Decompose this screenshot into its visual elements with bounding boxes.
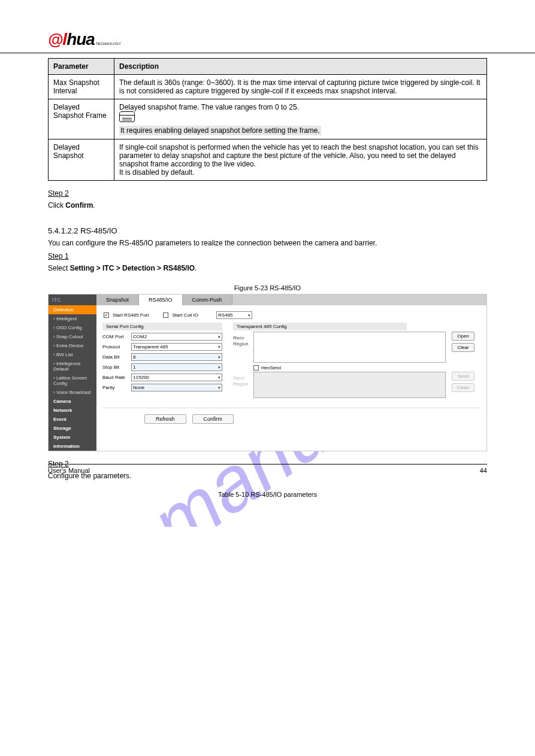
table-header-description: Description	[114, 59, 487, 75]
table-row: Delayed Snapshot If single-coil snapshot…	[49, 139, 487, 181]
main-panel: Snapshot RS485/IO Comm-Push Start RS485 …	[96, 294, 486, 451]
footer-page-number: 44	[480, 467, 487, 474]
param-cell: Delayed Snapshot	[49, 139, 114, 181]
conn-type-select[interactable]: RS485▾	[216, 311, 252, 319]
config-ui: ITC Detection Intelligent OSD Config Sna…	[48, 294, 487, 451]
step-1-path: Select Setting > ITC > Detection > RS485…	[48, 264, 197, 272]
com-port-label: COM Port	[102, 334, 128, 339]
sidebar-item-intelligence-default[interactable]: Intelligence Default	[49, 359, 96, 374]
sidebar-item-voice-broadcast[interactable]: Voice Broadcast	[49, 388, 96, 397]
tab-snapshot[interactable]: Snapshot	[96, 294, 139, 305]
page-header: @lhua TECHNOLOGY	[0, 0, 535, 53]
parameter-table-1: Parameter Description Max Snapshot Inter…	[48, 58, 487, 181]
sidebar-group-network[interactable]: Network	[49, 406, 96, 415]
recv-region-label: Recv Region	[233, 332, 251, 363]
transparent-485-panel-title: Transparent 485 Config	[233, 323, 407, 330]
data-bit-select[interactable]: 8▾	[131, 353, 222, 361]
clear-button[interactable]: Clear	[452, 343, 474, 352]
sidebar-brand: ITC	[49, 294, 96, 305]
sidebar-item-bw-list[interactable]: BW List	[49, 350, 96, 359]
section-intro: You can configure the RS-485/IO paramete…	[48, 238, 487, 248]
sidebar-group-storage[interactable]: Storage	[49, 424, 96, 433]
note-highlight: It requires enabling delayed snapshot be…	[119, 126, 321, 135]
baud-rate-select[interactable]: 115200▾	[131, 374, 222, 381]
table-header-parameter: Parameter	[49, 59, 114, 75]
send-region-label: Send Region	[233, 372, 251, 398]
sidebar-group-event[interactable]: Event	[49, 415, 96, 424]
desc-cell: If single-coil snapshot is performed whe…	[114, 139, 487, 181]
brand-logo: @lhua TECHNOLOGY	[48, 30, 487, 49]
protocol-label: Protocol	[102, 344, 128, 350]
send-region-textbox[interactable]	[253, 372, 446, 398]
conn-type-value: RS485	[218, 312, 232, 318]
step-2-text: Click	[48, 201, 65, 210]
stop-bit-select[interactable]: 1▾	[131, 363, 222, 371]
parity-label: Parity	[102, 385, 128, 390]
step-2-confirm-word: Confirm	[65, 201, 93, 210]
desc-text: Delayed snapshot frame. The value ranges…	[119, 103, 299, 111]
sidebar-group-information[interactable]: Information	[49, 442, 96, 451]
hex-send-checkbox[interactable]	[253, 365, 259, 371]
com-port-select[interactable]: COM2▾	[131, 333, 222, 341]
brand-logo-sub: TECHNOLOGY	[96, 42, 121, 45]
serial-port-panel-title: Serial Port Config	[102, 323, 222, 330]
send-button[interactable]: Send	[452, 372, 474, 381]
param-cell: Delayed Snapshot Frame	[49, 99, 114, 139]
sidebar-group-camera[interactable]: Camera	[49, 397, 96, 406]
sidebar-item-intelligent[interactable]: Intelligent	[49, 314, 96, 323]
step-2-body: Click Confirm.	[48, 200, 487, 211]
sidebar-group-system[interactable]: System	[49, 433, 96, 442]
data-bit-label: Data Bit	[102, 354, 128, 360]
step-1-label: Step 1	[48, 252, 487, 260]
recv-region-textbox[interactable]	[253, 332, 446, 363]
table-row: Max Snapshot Interval The default is 360…	[49, 75, 487, 99]
tab-bar: Snapshot RS485/IO Comm-Push	[96, 294, 486, 305]
clean-button[interactable]: Clean	[452, 383, 474, 392]
open-button[interactable]: Open	[452, 332, 474, 341]
separator	[102, 408, 480, 408]
table-row: Delayed Snapshot Frame Delayed snapshot …	[49, 99, 487, 139]
tab-rs485-io[interactable]: RS485/IO	[139, 294, 183, 305]
table-caption-2: Table 5-10 RS-485/IO parameters	[48, 491, 487, 498]
confirm-button[interactable]: Confirm	[192, 414, 234, 424]
param-cell: Max Snapshot Interval	[49, 75, 114, 99]
figure-caption: Figure 5-23 RS-485/IO	[48, 284, 487, 292]
start-rs485-checkbox[interactable]	[104, 312, 109, 318]
step-1-body: Select Setting > ITC > Detection > RS485…	[48, 263, 487, 274]
stop-bit-label: Stop Bit	[102, 365, 128, 370]
sidebar-item-snap-cutout[interactable]: Snap Cutout	[49, 332, 96, 341]
sidebar-item-detection[interactable]: Detection	[49, 305, 96, 314]
desc-cell: Delayed snapshot frame. The value ranges…	[114, 99, 487, 139]
hex-send-label: HexSend	[261, 365, 281, 371]
refresh-button[interactable]: Refresh	[144, 414, 186, 424]
step-2-text-end: .	[93, 201, 95, 210]
step-2-label: Step 2	[48, 189, 487, 198]
sidebar-item-extra-device[interactable]: Extra Device	[49, 341, 96, 350]
sidebar: ITC Detection Intelligent OSD Config Sna…	[49, 294, 96, 451]
footer-left: User's Manual	[48, 467, 90, 474]
start-coil-io-checkbox[interactable]	[163, 312, 168, 318]
sidebar-item-lattice-screen[interactable]: Lattice Screen Config	[49, 374, 96, 388]
baud-rate-label: Baud Rate	[102, 375, 128, 380]
start-coil-io-label: Start Coil IO	[172, 312, 198, 318]
note-icon	[119, 111, 135, 122]
section-heading: 5.4.1.2.2 RS-485/IO	[48, 226, 487, 235]
protocol-select[interactable]: Transparent 485▾	[131, 343, 222, 351]
tab-comm-push[interactable]: Comm-Push	[183, 294, 232, 305]
page-footer: User's Manual 44	[48, 464, 487, 474]
sidebar-item-osd-config[interactable]: OSD Config	[49, 323, 96, 332]
start-rs485-label: Start RS485 Port	[113, 312, 149, 318]
desc-cell: The default is 360s (range: 0~3600). It …	[114, 75, 487, 99]
parity-select[interactable]: None▾	[131, 384, 222, 391]
